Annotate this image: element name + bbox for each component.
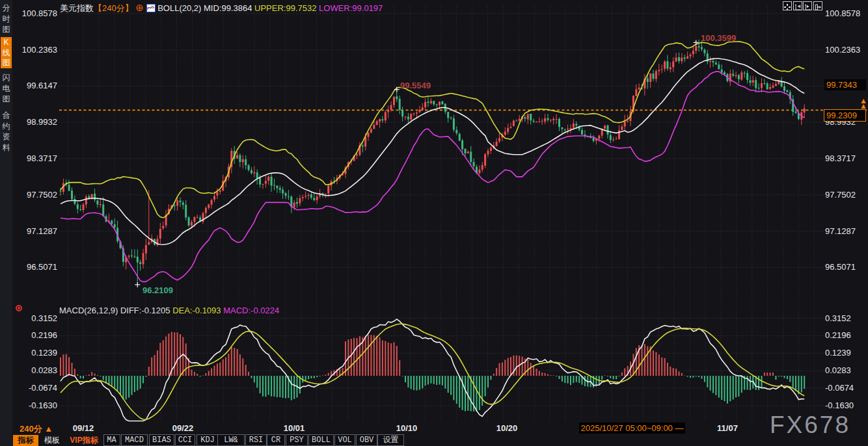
svg-text:96.2109: 96.2109 bbox=[142, 285, 173, 295]
svg-text:99.5549: 99.5549 bbox=[400, 81, 431, 90]
svg-text:100.3599: 100.3599 bbox=[701, 33, 736, 43]
